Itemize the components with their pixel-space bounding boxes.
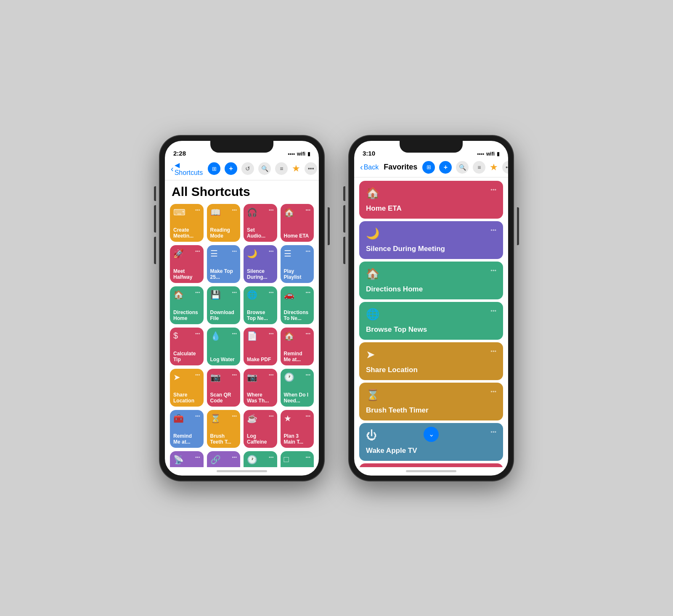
layers-icon: ⊞	[212, 166, 217, 172]
shortcut-tile[interactable]: 📡 ••• Top Stories...	[170, 451, 204, 467]
tile-label: Directions Home	[173, 309, 200, 322]
right-more-icon: •••	[506, 164, 508, 171]
favorites-list-item[interactable]: 🏠 ••• Home ETA	[359, 181, 503, 219]
fav-more-icon[interactable]: •••	[490, 308, 496, 314]
filter-icon-btn[interactable]: ≡	[275, 162, 288, 175]
shortcut-tile[interactable]: 🧰 ••• Remind Me at...	[170, 410, 204, 448]
right-time: 3:10	[363, 150, 375, 157]
tile-more-icon[interactable]: •••	[195, 413, 200, 418]
fav-icon: ➤	[366, 348, 375, 361]
tile-more-icon[interactable]: •••	[269, 207, 274, 212]
right-add-icon-btn[interactable]: +	[439, 161, 452, 174]
search-icon-btn[interactable]: 🔍	[258, 162, 271, 175]
shortcut-tile[interactable]: 🚗 ••• Directions To Ne...	[281, 286, 314, 324]
refresh-icon-btn[interactable]: ↺	[241, 162, 254, 175]
shortcut-tile[interactable]: 📄 ••• Make PDF	[244, 328, 277, 365]
favorites-list-item[interactable]: ➤ ••• Share Location	[359, 342, 503, 380]
left-back-button[interactable]: ‹ ◀ Shortcuts	[171, 161, 203, 177]
right-search-icon-btn[interactable]: 🔍	[456, 161, 469, 174]
shortcut-tile[interactable]: 🕐 ••• When Do I Need...	[281, 369, 314, 407]
shortcut-tile[interactable]: ➤ ••• Share Location	[170, 369, 204, 407]
favorites-list-item[interactable]: 🏠 ••• Directions Home	[359, 262, 503, 299]
shortcut-tile[interactable]: ☰ ••• Make Top 25...	[207, 245, 241, 283]
tile-icon: 🌙	[247, 249, 257, 259]
fav-more-icon[interactable]: •••	[490, 267, 496, 274]
tile-more-icon[interactable]: •••	[305, 290, 310, 295]
tile-more-icon[interactable]: •••	[305, 207, 310, 212]
tile-more-icon[interactable]: •••	[305, 372, 310, 377]
fav-more-icon[interactable]: •••	[490, 348, 496, 354]
tile-more-icon[interactable]: •••	[195, 455, 200, 460]
tile-icon: 📷	[247, 372, 257, 382]
shortcut-tile[interactable]: 📷 ••• Scan QR Code	[207, 369, 241, 407]
page-title: All Shortcuts	[165, 180, 319, 204]
tile-more-icon[interactable]: •••	[232, 372, 237, 377]
tile-more-icon[interactable]: •••	[195, 331, 200, 336]
scroll-down-indicator[interactable]: ⌄	[424, 427, 439, 442]
right-layers-icon-btn[interactable]: ⊞	[422, 161, 435, 174]
favorites-list-item[interactable]: ⌛ ••• Brush Teeth Timer	[359, 383, 503, 420]
tile-more-icon[interactable]: •••	[232, 331, 237, 336]
tile-more-icon[interactable]: •••	[195, 207, 200, 212]
shortcut-tile[interactable]: □ ••• Open App on...	[281, 451, 314, 467]
right-scroll[interactable]: 🏠 ••• Home ETA 🌙 ••• Silence During Meet…	[354, 177, 508, 467]
tile-more-icon[interactable]: •••	[305, 249, 310, 254]
favorites-list-item[interactable]: 🚶 •••	[359, 463, 503, 467]
star-icon-btn[interactable]: ★	[292, 163, 300, 174]
tile-more-icon[interactable]: •••	[305, 331, 310, 336]
shortcut-tile[interactable]: 💧 ••• Log Water	[207, 328, 241, 365]
shortcut-tile[interactable]: 🌐 ••• Browse Top Ne...	[244, 286, 277, 324]
shortcut-tile[interactable]: 🎧 ••• Set Audio...	[244, 204, 277, 242]
tile-more-icon[interactable]: •••	[269, 372, 274, 377]
layers-icon-btn[interactable]: ⊞	[208, 162, 220, 175]
right-back-button[interactable]: ‹ Back	[360, 162, 379, 172]
shortcut-tile[interactable]: 💾 ••• Download File	[207, 286, 241, 324]
tile-more-icon[interactable]: •••	[232, 290, 237, 295]
shortcut-tile[interactable]: 🚀 ••• Meet Halfway	[170, 245, 204, 283]
tile-more-icon[interactable]: •••	[232, 455, 237, 460]
shortcut-tile[interactable]: 🏠 ••• Home ETA	[281, 204, 314, 242]
fav-more-icon[interactable]: •••	[490, 187, 496, 193]
shortcut-tile[interactable]: ☰ ••• Play Playlist	[281, 245, 314, 283]
tile-more-icon[interactable]: •••	[305, 413, 310, 418]
shortcut-tile[interactable]: ☕ ••• Log Caffeine	[244, 410, 277, 448]
shortcut-tile[interactable]: 🏠 ••• Remind Me at...	[281, 328, 314, 365]
shortcut-tile[interactable]: 📷 ••• Where Was Th...	[244, 369, 277, 407]
tile-icon: 🕐	[284, 372, 294, 382]
shortcut-tile[interactable]: 🔗 ••• Browse Favorit...	[207, 451, 241, 467]
right-more-icon-btn[interactable]: •••	[502, 161, 508, 174]
tile-more-icon[interactable]: •••	[269, 249, 274, 254]
shortcut-tile[interactable]: 🌙 ••• Silence During...	[244, 245, 277, 283]
tile-more-icon[interactable]: •••	[232, 413, 237, 418]
more-icon-btn[interactable]: •••	[305, 162, 317, 175]
shortcut-tile[interactable]: ⌨ ••• Create Meetin...	[170, 204, 204, 242]
right-phone: 3:10 ▪▪▪▪ wifi ▮ ‹ Back Favorites ⊞	[349, 136, 513, 481]
tile-more-icon[interactable]: •••	[195, 249, 200, 254]
fav-icon: ⌛	[366, 389, 379, 402]
favorites-list-item[interactable]: 🌐 ••• Browse Top News	[359, 302, 503, 340]
fav-more-icon[interactable]: •••	[490, 429, 496, 435]
tile-more-icon[interactable]: •••	[305, 455, 310, 460]
shortcut-tile[interactable]: 🏠 ••• Directions Home	[170, 286, 204, 324]
right-filter-icon-btn[interactable]: ≡	[473, 161, 485, 174]
tile-more-icon[interactable]: •••	[232, 207, 237, 212]
left-scroll[interactable]: All Shortcuts ⌨ ••• Create Meetin... 📖 •…	[165, 180, 319, 467]
shortcut-tile[interactable]: ⌛ ••• Brush Teeth T...	[207, 410, 241, 448]
fav-more-icon[interactable]: •••	[490, 389, 496, 395]
shortcut-tile[interactable]: 📖 ••• Reading Mode	[207, 204, 241, 242]
tile-more-icon[interactable]: •••	[269, 455, 274, 460]
right-star-icon-btn[interactable]: ★	[490, 162, 498, 173]
tile-more-icon[interactable]: •••	[232, 249, 237, 254]
shortcut-tile[interactable]: $ ••• Calculate Tip	[170, 328, 204, 365]
signal-icon: ▪▪▪▪	[288, 151, 295, 157]
tile-more-icon[interactable]: •••	[269, 331, 274, 336]
tile-more-icon[interactable]: •••	[269, 413, 274, 418]
fav-more-icon[interactable]: •••	[490, 227, 496, 233]
shortcut-tile[interactable]: 🕐 ••• Tea Timer	[244, 451, 277, 467]
tile-more-icon[interactable]: •••	[195, 372, 200, 377]
tile-more-icon[interactable]: •••	[195, 290, 200, 295]
shortcut-tile[interactable]: ★ ••• Plan 3 Main T...	[281, 410, 314, 448]
add-icon-btn[interactable]: +	[225, 162, 237, 175]
favorites-list-item[interactable]: 🌙 ••• Silence During Meeting	[359, 221, 503, 259]
tile-more-icon[interactable]: •••	[269, 290, 274, 295]
